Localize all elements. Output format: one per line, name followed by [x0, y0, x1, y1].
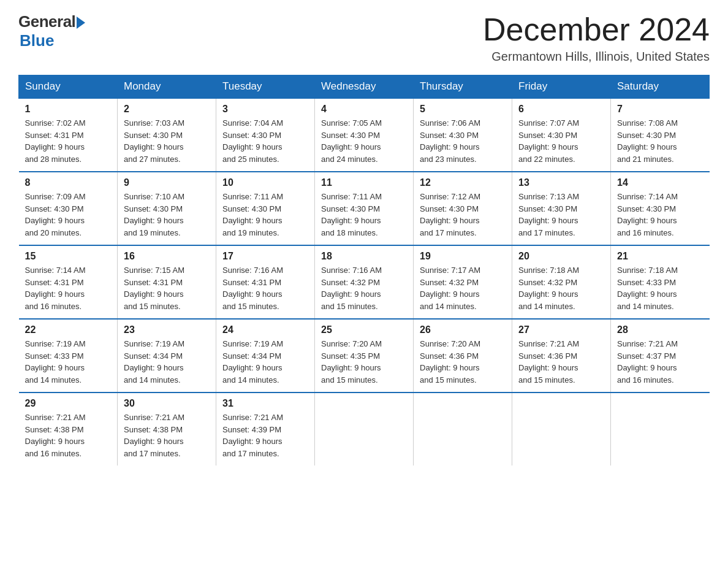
calendar-week-row: 8Sunrise: 7:09 AMSunset: 4:30 PMDaylight… — [19, 172, 710, 245]
column-header-thursday: Thursday — [414, 75, 512, 99]
day-info: Sunrise: 7:18 AMSunset: 4:32 PMDaylight:… — [518, 264, 604, 312]
calendar-cell: 10Sunrise: 7:11 AMSunset: 4:30 PMDayligh… — [216, 172, 315, 245]
day-info: Sunrise: 7:07 AMSunset: 4:30 PMDaylight:… — [518, 117, 604, 165]
calendar-cell: 18Sunrise: 7:16 AMSunset: 4:32 PMDayligh… — [315, 245, 414, 319]
day-number: 18 — [321, 251, 407, 262]
calendar-cell: 29Sunrise: 7:21 AMSunset: 4:38 PMDayligh… — [19, 393, 118, 465]
day-number: 31 — [222, 398, 308, 409]
day-number: 25 — [321, 324, 407, 335]
page-header: General Blue December 2024 Germantown Hi… — [18, 12, 710, 64]
day-info: Sunrise: 7:03 AMSunset: 4:30 PMDaylight:… — [124, 117, 210, 165]
day-number: 6 — [518, 104, 604, 115]
calendar-week-row: 1Sunrise: 7:02 AMSunset: 4:31 PMDaylight… — [19, 98, 710, 172]
day-number: 15 — [25, 251, 112, 262]
column-header-wednesday: Wednesday — [315, 75, 414, 99]
calendar-cell: 27Sunrise: 7:21 AMSunset: 4:36 PMDayligh… — [512, 319, 611, 393]
day-info: Sunrise: 7:14 AMSunset: 4:31 PMDaylight:… — [25, 264, 112, 312]
calendar-cell: 16Sunrise: 7:15 AMSunset: 4:31 PMDayligh… — [118, 245, 216, 319]
day-number: 10 — [222, 177, 308, 188]
day-number: 2 — [124, 104, 210, 115]
day-number: 30 — [124, 398, 210, 409]
calendar-cell: 21Sunrise: 7:18 AMSunset: 4:33 PMDayligh… — [611, 245, 710, 319]
calendar-week-row: 22Sunrise: 7:19 AMSunset: 4:33 PMDayligh… — [19, 319, 710, 393]
day-number: 12 — [420, 177, 506, 188]
calendar-cell: 6Sunrise: 7:07 AMSunset: 4:30 PMDaylight… — [512, 98, 611, 172]
day-number: 17 — [222, 251, 308, 262]
day-number: 20 — [518, 251, 604, 262]
calendar-cell: 14Sunrise: 7:14 AMSunset: 4:30 PMDayligh… — [611, 172, 710, 245]
day-info: Sunrise: 7:02 AMSunset: 4:31 PMDaylight:… — [25, 117, 112, 165]
calendar-cell: 12Sunrise: 7:12 AMSunset: 4:30 PMDayligh… — [414, 172, 512, 245]
day-number: 8 — [25, 177, 112, 188]
day-info: Sunrise: 7:14 AMSunset: 4:30 PMDaylight:… — [617, 191, 703, 239]
day-number: 7 — [617, 104, 703, 115]
calendar-cell: 17Sunrise: 7:16 AMSunset: 4:31 PMDayligh… — [216, 245, 315, 319]
day-info: Sunrise: 7:21 AMSunset: 4:38 PMDaylight:… — [124, 412, 210, 459]
calendar-header-row: SundayMondayTuesdayWednesdayThursdayFrid… — [19, 75, 710, 99]
calendar-cell: 26Sunrise: 7:20 AMSunset: 4:36 PMDayligh… — [414, 319, 512, 393]
day-number: 4 — [321, 104, 407, 115]
day-info: Sunrise: 7:19 AMSunset: 4:33 PMDaylight:… — [25, 338, 112, 386]
day-number: 22 — [25, 324, 112, 335]
column-header-tuesday: Tuesday — [216, 75, 315, 99]
calendar-cell: 11Sunrise: 7:11 AMSunset: 4:30 PMDayligh… — [315, 172, 414, 245]
day-info: Sunrise: 7:17 AMSunset: 4:32 PMDaylight:… — [420, 264, 506, 312]
day-info: Sunrise: 7:11 AMSunset: 4:30 PMDaylight:… — [321, 191, 407, 239]
logo-general-text: General — [18, 12, 75, 31]
column-header-saturday: Saturday — [611, 75, 710, 99]
day-info: Sunrise: 7:16 AMSunset: 4:31 PMDaylight:… — [222, 264, 308, 312]
day-info: Sunrise: 7:20 AMSunset: 4:35 PMDaylight:… — [321, 338, 407, 386]
calendar-week-row: 29Sunrise: 7:21 AMSunset: 4:38 PMDayligh… — [19, 393, 710, 465]
day-number: 16 — [124, 251, 210, 262]
calendar-cell: 1Sunrise: 7:02 AMSunset: 4:31 PMDaylight… — [19, 98, 118, 172]
calendar-cell: 23Sunrise: 7:19 AMSunset: 4:34 PMDayligh… — [118, 319, 216, 393]
calendar-table: SundayMondayTuesdayWednesdayThursdayFrid… — [18, 75, 710, 465]
day-number: 19 — [420, 251, 506, 262]
logo: General Blue — [18, 12, 85, 50]
day-number: 14 — [617, 177, 703, 188]
day-info: Sunrise: 7:11 AMSunset: 4:30 PMDaylight:… — [222, 191, 308, 239]
day-info: Sunrise: 7:16 AMSunset: 4:32 PMDaylight:… — [321, 264, 407, 312]
day-number: 3 — [222, 104, 308, 115]
calendar-cell: 7Sunrise: 7:08 AMSunset: 4:30 PMDaylight… — [611, 98, 710, 172]
day-number: 24 — [222, 324, 308, 335]
column-header-sunday: Sunday — [19, 75, 118, 99]
calendar-cell: 28Sunrise: 7:21 AMSunset: 4:37 PMDayligh… — [611, 319, 710, 393]
day-number: 9 — [124, 177, 210, 188]
day-info: Sunrise: 7:19 AMSunset: 4:34 PMDaylight:… — [222, 338, 308, 386]
calendar-cell: 4Sunrise: 7:05 AMSunset: 4:30 PMDaylight… — [315, 98, 414, 172]
calendar-cell: 19Sunrise: 7:17 AMSunset: 4:32 PMDayligh… — [414, 245, 512, 319]
day-number: 26 — [420, 324, 506, 335]
calendar-cell: 9Sunrise: 7:10 AMSunset: 4:30 PMDaylight… — [118, 172, 216, 245]
day-number: 29 — [25, 398, 112, 409]
day-number: 21 — [617, 251, 703, 262]
location-subtitle: Germantown Hills, Illinois, United State… — [483, 50, 710, 64]
calendar-cell: 15Sunrise: 7:14 AMSunset: 4:31 PMDayligh… — [19, 245, 118, 319]
calendar-cell: 2Sunrise: 7:03 AMSunset: 4:30 PMDaylight… — [118, 98, 216, 172]
day-number: 13 — [518, 177, 604, 188]
calendar-cell: 20Sunrise: 7:18 AMSunset: 4:32 PMDayligh… — [512, 245, 611, 319]
calendar-cell: 3Sunrise: 7:04 AMSunset: 4:30 PMDaylight… — [216, 98, 315, 172]
day-info: Sunrise: 7:04 AMSunset: 4:30 PMDaylight:… — [222, 117, 308, 165]
column-header-friday: Friday — [512, 75, 611, 99]
day-info: Sunrise: 7:10 AMSunset: 4:30 PMDaylight:… — [124, 191, 210, 239]
calendar-cell — [611, 393, 710, 465]
calendar-cell: 30Sunrise: 7:21 AMSunset: 4:38 PMDayligh… — [118, 393, 216, 465]
day-number: 27 — [518, 324, 604, 335]
day-number: 11 — [321, 177, 407, 188]
day-number: 23 — [124, 324, 210, 335]
calendar-week-row: 15Sunrise: 7:14 AMSunset: 4:31 PMDayligh… — [19, 245, 710, 319]
month-title: December 2024 — [483, 12, 710, 47]
day-info: Sunrise: 7:12 AMSunset: 4:30 PMDaylight:… — [420, 191, 506, 239]
calendar-cell — [414, 393, 512, 465]
calendar-cell — [512, 393, 611, 465]
calendar-cell: 24Sunrise: 7:19 AMSunset: 4:34 PMDayligh… — [216, 319, 315, 393]
title-block: December 2024 Germantown Hills, Illinois… — [483, 12, 710, 64]
day-number: 1 — [25, 104, 112, 115]
calendar-cell — [315, 393, 414, 465]
logo-arrow-icon — [77, 17, 85, 29]
day-info: Sunrise: 7:21 AMSunset: 4:36 PMDaylight:… — [518, 338, 604, 386]
calendar-cell: 22Sunrise: 7:19 AMSunset: 4:33 PMDayligh… — [19, 319, 118, 393]
day-info: Sunrise: 7:18 AMSunset: 4:33 PMDaylight:… — [617, 264, 703, 312]
day-info: Sunrise: 7:09 AMSunset: 4:30 PMDaylight:… — [25, 191, 112, 239]
